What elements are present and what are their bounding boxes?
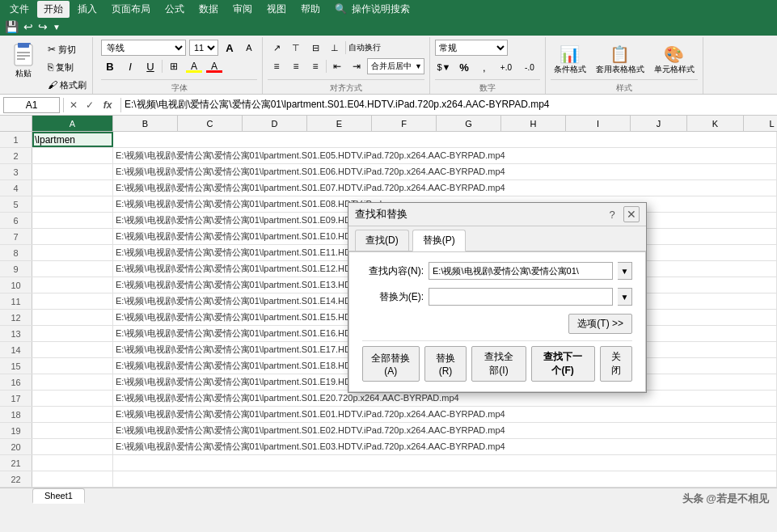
font-size-increase-button[interactable]: A: [222, 40, 238, 56]
col-header-h[interactable]: H: [501, 116, 566, 131]
replace-button[interactable]: 替换(R): [424, 346, 467, 382]
cell-a[interactable]: [32, 164, 113, 179]
sheet-tab-1[interactable]: Sheet1: [32, 488, 85, 504]
dialog-close-button[interactable]: ✕: [623, 206, 640, 222]
cell-data[interactable]: E:\视频\电视剧\爱情公寓\爱情公寓01\lpartment.S01.E07.…: [113, 180, 777, 196]
cell-data[interactable]: E:\视频\电视剧\爱情公寓\爱情公寓01\lpartment.S01.E01.…: [113, 407, 777, 422]
find-input[interactable]: [429, 262, 613, 280]
cell-a[interactable]: [32, 245, 113, 260]
menu-item-insert[interactable]: 插入: [71, 1, 103, 18]
italic-button[interactable]: I: [121, 58, 139, 74]
copy-button[interactable]: ⎘ 复制: [45, 61, 89, 74]
fill-color-button[interactable]: A: [185, 58, 203, 74]
cell-data[interactable]: E:\视频\电视剧\爱情公寓\爱情公寓01\lpartment.S01.E02.…: [113, 423, 777, 438]
close-button[interactable]: 关闭: [600, 346, 632, 382]
align-middle-btn[interactable]: ⊟: [306, 40, 324, 56]
cell-a[interactable]: [32, 326, 113, 341]
col-header-e[interactable]: E: [307, 116, 372, 131]
bold-button[interactable]: B: [101, 58, 119, 74]
col-header-a[interactable]: A: [32, 116, 113, 131]
paste-button[interactable]: 粘贴: [5, 39, 42, 82]
confirm-icon[interactable]: ✓: [83, 99, 96, 111]
dialog-tab-find[interactable]: 查找(D): [355, 230, 409, 251]
number-format-select[interactable]: 常规: [435, 40, 508, 56]
col-header-j[interactable]: J: [631, 116, 687, 131]
cell-data[interactable]: E:\视频\电视剧\爱情公寓\爱情公寓01\lpartment.S01.E03.…: [113, 439, 777, 454]
cell-data[interactable]: [113, 132, 777, 147]
comma-btn[interactable]: ,: [475, 59, 493, 75]
menu-item-pagelayout[interactable]: 页面布局: [105, 1, 157, 18]
menu-item-formula[interactable]: 公式: [158, 1, 191, 18]
cell-a[interactable]: [32, 277, 113, 293]
cancel-icon[interactable]: ✕: [67, 99, 80, 111]
col-header-l[interactable]: L: [744, 116, 777, 131]
col-header-i[interactable]: I: [566, 116, 631, 131]
orient-btn[interactable]: ↗: [268, 40, 285, 56]
align-top-btn[interactable]: ⊤: [287, 40, 305, 56]
cell-a[interactable]: [32, 374, 113, 390]
cell-a[interactable]: [32, 180, 113, 196]
cell-data[interactable]: E:\视频\电视剧\爱情公寓\爱情公寓01\lpartment.S01.E05.…: [113, 148, 777, 163]
cell-a[interactable]: [32, 439, 113, 454]
options-button[interactable]: 选项(T) >>: [568, 314, 632, 334]
cell-styles-button[interactable]: 🎨 单元格样式: [651, 43, 698, 77]
cell-a[interactable]: [32, 455, 113, 471]
menu-item-data[interactable]: 数据: [192, 1, 225, 18]
cell-a[interactable]: [32, 261, 113, 277]
border-button[interactable]: ⊞: [165, 58, 183, 74]
dec-decrease-btn[interactable]: -.0: [519, 59, 540, 75]
col-header-f[interactable]: F: [372, 116, 437, 131]
find-next-button[interactable]: 查找下一个(F): [531, 346, 595, 382]
undo-icon[interactable]: ↩: [23, 20, 33, 33]
conditional-format-button[interactable]: 📊 条件格式: [551, 43, 589, 77]
col-header-d[interactable]: D: [243, 116, 307, 131]
cell-a[interactable]: [32, 213, 113, 228]
cell-a[interactable]: [32, 407, 113, 422]
menu-item-file[interactable]: 文件: [3, 1, 36, 18]
align-center-btn[interactable]: ≡: [287, 58, 305, 74]
menu-item-help[interactable]: 帮助: [294, 1, 327, 18]
save-icon[interactable]: 💾: [5, 20, 19, 33]
align-left-btn[interactable]: ≡: [268, 58, 285, 74]
indent-left-btn[interactable]: ⇤: [328, 58, 346, 74]
font-color-button[interactable]: A: [205, 58, 223, 74]
redo-icon[interactable]: ↪: [38, 20, 48, 33]
format-paint-button[interactable]: 🖌 格式刷: [45, 78, 89, 92]
find-dropdown-btn[interactable]: ▼: [618, 262, 632, 280]
cell-a[interactable]: [32, 342, 113, 357]
menu-item-home[interactable]: 开始: [37, 1, 70, 18]
font-size-decrease-button[interactable]: A: [241, 40, 257, 56]
cell-a[interactable]: [32, 196, 113, 212]
cell-a[interactable]: [32, 423, 113, 438]
percent-btn[interactable]: %: [455, 59, 473, 75]
dialog-tab-replace[interactable]: 替换(P): [412, 230, 466, 251]
merge-center-dropdown[interactable]: 合并后居中 ▼: [367, 58, 424, 74]
col-header-k[interactable]: K: [687, 116, 744, 131]
indent-right-btn[interactable]: ⇥: [348, 58, 365, 74]
cell-reference-box[interactable]: [3, 97, 60, 113]
dialog-help-icon[interactable]: ?: [604, 206, 620, 222]
cell-a[interactable]: [32, 471, 113, 487]
align-bottom-btn[interactable]: ⊥: [326, 40, 344, 56]
font-family-select[interactable]: 等线: [101, 40, 186, 56]
formula-input[interactable]: [125, 99, 774, 111]
cut-button[interactable]: ✂ 剪切: [45, 43, 89, 57]
replace-all-button[interactable]: 全部替换(A): [362, 346, 420, 382]
cell-a[interactable]: [32, 358, 113, 374]
font-size-select[interactable]: 11: [189, 40, 218, 56]
cell-a[interactable]: [32, 391, 113, 406]
function-icon[interactable]: fx: [99, 99, 116, 111]
cell-a[interactable]: [32, 148, 113, 163]
cell-a[interactable]: [32, 310, 113, 325]
align-right-btn[interactable]: ≡: [306, 58, 324, 74]
replace-input[interactable]: [429, 288, 613, 306]
replace-dropdown-btn[interactable]: ▼: [618, 288, 632, 306]
col-header-b[interactable]: B: [113, 116, 178, 131]
table-format-button[interactable]: 📋 套用表格格式: [593, 43, 648, 77]
underline-button[interactable]: U: [141, 58, 159, 74]
cell-a[interactable]: [32, 293, 113, 309]
cell-data[interactable]: [113, 455, 777, 471]
col-header-c[interactable]: C: [178, 116, 243, 131]
menu-item-review[interactable]: 审阅: [226, 1, 259, 18]
cell-data[interactable]: E:\视频\电视剧\爱情公寓\爱情公寓01\lpartment.S01.E06.…: [113, 164, 777, 179]
